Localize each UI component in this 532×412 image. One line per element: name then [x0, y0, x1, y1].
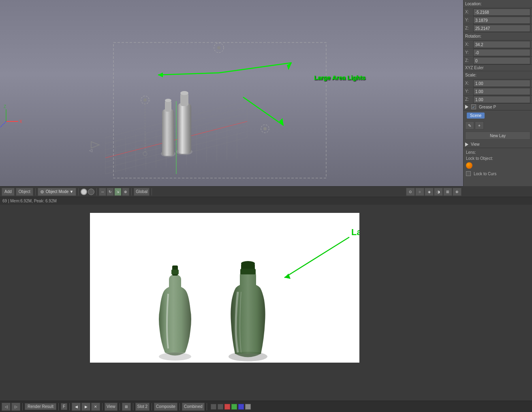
sz-label: Z:: [465, 97, 473, 102]
render-tb-sep2: [58, 403, 59, 410]
scale-x-value[interactable]: 1.00: [473, 80, 530, 87]
rotation-x-value[interactable]: 34.2: [473, 41, 530, 48]
rotation-z-value[interactable]: 0: [473, 57, 530, 64]
location-y-value[interactable]: 3.1879: [473, 17, 530, 24]
add-menu-btn[interactable]: Add: [2, 188, 15, 196]
render-result-label[interactable]: Render Result: [25, 403, 56, 410]
scene-button[interactable]: Scene: [467, 113, 485, 119]
viewport-shading-btn[interactable]: ◑: [434, 188, 443, 196]
sy-label: Y:: [465, 89, 473, 93]
right-toolbar-icons: ⊙ ○ ◈ ◑ ⊞ ⊕: [406, 188, 461, 196]
channel-blue[interactable]: [238, 404, 244, 410]
object-mode-dropdown[interactable]: Object Mode ▼: [38, 188, 77, 196]
svg-point-27: [141, 96, 149, 104]
svg-line-6: [105, 101, 247, 138]
channel-btn1[interactable]: [211, 404, 216, 410]
rotate-tool-btn[interactable]: ↻: [107, 188, 114, 196]
annotation-arrow: [284, 237, 349, 279]
annotation-large-area-lights-display: Large Area Lights: [314, 74, 365, 81]
add-tool-btn[interactable]: +: [475, 121, 484, 130]
render-bottom-toolbar: ◁ ▷ Render Result F ◀ ▶ ✕ View ⊞ Slot 2 …: [0, 401, 532, 412]
proportional-btn[interactable]: ○: [415, 188, 424, 196]
location-x-value[interactable]: -5.2168: [473, 8, 530, 16]
render-tb-sep5: [120, 403, 120, 410]
location-z-value[interactable]: 25.2147: [473, 25, 530, 32]
pencil-tool-btn[interactable]: ✎: [465, 121, 474, 130]
location-header: Location:: [464, 0, 532, 8]
gizmo-btn[interactable]: ⊕: [453, 188, 461, 196]
render-nav-btn3[interactable]: ✕: [91, 403, 100, 411]
svg-rect-38: [162, 109, 174, 156]
view-dropdown[interactable]: View: [105, 403, 118, 411]
scale-label: Scale:: [465, 73, 476, 77]
layer-buttons: [81, 189, 94, 195]
lock-object-label: Lock to Object:: [466, 156, 493, 161]
rotation-y-value[interactable]: -0: [473, 49, 530, 56]
render-btn[interactable]: ◈: [425, 188, 434, 196]
render-svg: Larger Hightlights: [90, 213, 359, 363]
grease-pencil-checkbox[interactable]: [471, 104, 476, 109]
annotation-larger-highlights: Larger Hightlights: [351, 227, 359, 237]
channel-red[interactable]: [224, 404, 230, 410]
svg-point-41: [176, 149, 192, 155]
orange-sphere-container: [466, 161, 530, 170]
x-label: X:: [465, 10, 473, 14]
svg-rect-43: [180, 93, 188, 106]
svg-text:Z: Z: [4, 104, 6, 109]
render-nav-btn2[interactable]: ▶: [81, 403, 90, 411]
lock-object-row: Lock to Object:: [466, 155, 530, 161]
channel-btn2[interactable]: [218, 404, 223, 410]
mode-indicator: [41, 190, 44, 193]
scale-z-row: Z: 1.00: [464, 96, 532, 104]
new-layer-button[interactable]: New Lay: [465, 132, 530, 140]
rz-label: Z:: [465, 58, 473, 63]
right-bottle: [229, 261, 267, 361]
3d-viewport[interactable]: X Z Y ◁ Large Area Lights Large: [0, 0, 463, 186]
render-tb-sep1: [22, 403, 23, 410]
grab-tool-btn[interactable]: ↔: [99, 188, 106, 196]
transform-tool-btn[interactable]: ⊕: [122, 188, 129, 196]
lock-cursor-checkbox[interactable]: [466, 171, 471, 176]
scale-y-row: Y: 1.00: [464, 87, 532, 96]
scale-z-value[interactable]: 1.00: [473, 96, 530, 103]
slot-dropdown[interactable]: Slot 2: [135, 403, 150, 411]
render-canvas: Larger Hightlights: [90, 213, 359, 363]
layer-btn-1[interactable]: [81, 189, 87, 195]
svg-rect-39: [165, 100, 171, 112]
y-label: Y:: [465, 18, 473, 22]
overlay-btn[interactable]: ⊞: [443, 188, 452, 196]
combined-dropdown[interactable]: Combined: [182, 403, 205, 411]
channel-green[interactable]: [231, 404, 237, 410]
svg-point-40: [165, 99, 171, 102]
render-extra-icons: ⊞: [122, 403, 131, 411]
global-dropdown[interactable]: Global: [134, 188, 150, 196]
render-tb-btn1[interactable]: ◁: [2, 403, 11, 411]
rotation-mode-dropdown[interactable]: XYZ Euler: [464, 65, 532, 71]
object-sphere-icon: [466, 162, 472, 169]
render-tb-btn2[interactable]: ▷: [11, 403, 20, 411]
composite-dropdown[interactable]: Composite: [154, 403, 177, 411]
grease-pencil-header: Grease P: [464, 104, 532, 110]
svg-line-1: [105, 132, 247, 168]
render-icon-btn1[interactable]: ⊞: [122, 403, 131, 411]
render-nav-btn1[interactable]: ◀: [72, 403, 81, 411]
svg-line-22: [105, 121, 247, 158]
sx-label: X:: [465, 81, 473, 85]
snap-btn[interactable]: ⊙: [406, 188, 415, 196]
f-btn[interactable]: F: [61, 403, 67, 410]
scale-y-value[interactable]: 1.00: [473, 88, 530, 95]
render-left-icons: ◁ ▷: [2, 403, 20, 411]
view-section-header: View: [464, 141, 532, 148]
svg-line-33: [219, 63, 292, 73]
layer-btn-2[interactable]: [88, 189, 94, 195]
channel-alpha[interactable]: [245, 404, 251, 410]
toolbar-separator-3: [96, 188, 97, 195]
left-bottle: [159, 265, 191, 361]
render-tb-sep7: [152, 403, 152, 410]
ry-label: Y:: [465, 50, 473, 55]
svg-line-5: [105, 107, 247, 144]
object-menu-btn[interactable]: Object: [16, 188, 33, 196]
scale-tool-btn[interactable]: ⇲: [114, 188, 122, 196]
z-label: Z:: [465, 26, 473, 30]
rotation-header: Rotation:: [464, 32, 532, 40]
